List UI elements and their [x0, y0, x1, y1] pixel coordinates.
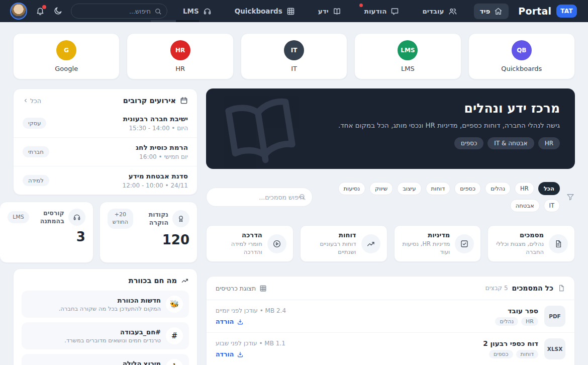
documents-search	[206, 188, 313, 207]
document-categories-row: מסמכים נהלים, מצגות וכללי החברה מדיניות …	[206, 225, 575, 262]
avatar[interactable]	[10, 3, 27, 20]
download-icon	[237, 318, 244, 325]
list-item-night-run[interactable]: 🏃 מירוץ הלילה מתרגשים לחזור כנותני החסות…	[22, 354, 189, 365]
file-info: PDF ספר עובד HR נהלים	[495, 306, 565, 327]
global-search-input[interactable]	[71, 4, 167, 19]
download-label: הורדה	[216, 350, 234, 358]
nav-item-knowledge[interactable]: ידע	[312, 4, 347, 19]
file-tags: דוחות כספים	[483, 350, 538, 358]
nav-scrollbar[interactable]	[151, 20, 199, 22]
category-card-policies[interactable]: מדיניות מדיניות HR, נסיעות ועוד	[394, 225, 481, 262]
file-text-icon	[549, 234, 568, 253]
filter-chip[interactable]: דוחות	[426, 182, 451, 195]
main-nav: פיד עובדים הודעות ידע Quickboards LM	[177, 4, 509, 19]
filter-chip[interactable]: אבטחה	[510, 199, 540, 212]
nav-item-quickboards[interactable]: Quickboards	[229, 4, 301, 19]
category-card-training[interactable]: הדרכה חומרי למידה והדרכה	[206, 225, 293, 262]
list-item-hot-at-work[interactable]: # #חם_בעבודה טרנדים חמים ונושאים מדוברים…	[22, 322, 189, 349]
file-tag: HR	[521, 317, 538, 326]
filter-chip[interactable]: כספים	[454, 182, 481, 195]
filter-funnel-icon[interactable]	[566, 193, 575, 202]
card-view-toggle[interactable]: תצוגת כרטיסים	[216, 285, 267, 292]
nav-item-label: פיד	[480, 7, 491, 15]
hot-item-title: חדשות הכוורת	[59, 297, 161, 304]
documents-panel-title-group: כל המסמכים 5 קבצים	[485, 284, 565, 292]
app-label: Google	[55, 65, 78, 72]
list-item-hive-news[interactable]: 🐝 חדשות הכוורת המקום להתעדכן בכל מה שקור…	[22, 291, 189, 318]
hashtag-icon: #	[166, 327, 183, 344]
app-card-it[interactable]: IT IT	[241, 33, 347, 79]
dark-mode-toggle[interactable]	[53, 7, 62, 16]
list-item-event-3[interactable]: סדנת אבטחת מידע 24/11 • 10:00 - 12:00 למ…	[14, 166, 197, 195]
file-tag: דוחות	[516, 350, 538, 358]
filter-chip[interactable]: IT	[544, 199, 560, 212]
event-category-badge: עסקי	[23, 118, 46, 129]
award-icon	[172, 210, 189, 227]
app-initial-badge: G	[56, 40, 76, 60]
filter-chip[interactable]: עיצוב	[397, 182, 421, 195]
app-card-hr[interactable]: HR HR	[127, 33, 233, 79]
messages-notification-dot	[359, 4, 363, 7]
app-initial-badge: IT	[284, 40, 304, 60]
search-icon	[154, 8, 162, 15]
event-category-badge: למידה	[23, 175, 49, 186]
runner-icon: 🏃	[166, 359, 183, 365]
events-see-all-link[interactable]: הכל	[23, 97, 41, 105]
list-item-event-2[interactable]: הרמת כוסית לחג יום חמישי • 16:00 חברתי	[14, 137, 197, 166]
file-type-badge: XLSX	[544, 338, 565, 359]
filter-chip[interactable]: שיווק	[369, 182, 393, 195]
app-card-lms[interactable]: LMS LMS	[354, 33, 461, 79]
table-row-file-1[interactable]: PDF ספר עובד HR נהלים 2.4 MB • עודכן לפנ…	[207, 300, 574, 333]
event-title: ישיבת חברה רבעונית	[123, 115, 188, 123]
filter-chip-all[interactable]: הכל	[538, 182, 560, 195]
app-card-google[interactable]: G Google	[13, 33, 120, 79]
nav-item-feed[interactable]: פיד	[474, 4, 509, 19]
knowledge-center-hero: מרכז ידע ונהלים גישה לנהלי החברה, דוחות …	[206, 88, 575, 169]
category-description: מדיניות HR, נסיעות ועוד	[401, 240, 450, 256]
documents-search-input[interactable]	[206, 188, 313, 207]
nav-item-messages[interactable]: הודעות	[358, 4, 406, 19]
hero-description: גישה לנהלי החברה, דוחות כספיים, מדיניות …	[286, 120, 560, 131]
file-type-badge: PDF	[544, 306, 565, 327]
download-button[interactable]: הורדה	[216, 350, 244, 358]
bee-icon: 🐝	[166, 296, 183, 313]
nav-item-label: LMS	[183, 7, 199, 15]
section-title: כל המסמכים	[512, 284, 553, 292]
app-label: LMS	[401, 65, 415, 72]
file-actions: 1.1 MB • עודכן לפני שבוע הורדה	[216, 340, 285, 358]
hero-tag: HR	[538, 137, 560, 149]
filter-chip[interactable]: נהלים	[485, 182, 511, 195]
events-header: אירועים קרובים הכל	[14, 89, 197, 109]
filter-chip[interactable]: נסיעות	[338, 182, 366, 195]
stat-card-recognition-points: נקודות הוקרה 20+ החודש 120	[100, 202, 198, 263]
nav-item-label: הודעות	[364, 7, 387, 15]
file-tag: נהלים	[495, 317, 518, 326]
hero-tag: אבטחה & IT	[487, 137, 534, 149]
hot-item-description: טרנדים חמים ונושאים מדוברים במשרד.	[64, 337, 161, 344]
category-title: דוחות	[307, 231, 356, 239]
all-documents-panel: כל המסמכים 5 קבצים תצוגת כרטיסים PDF ספר…	[206, 276, 575, 365]
category-card-reports[interactable]: דוחות דוחות רבעוניים ושנתיים	[300, 225, 387, 262]
card-view-label: תצוגת כרטיסים	[216, 285, 256, 292]
category-title: מדיניות	[401, 231, 450, 239]
list-item-event-1[interactable]: ישיבת חברה רבעונית היום • 14:00 - 15:30 …	[14, 109, 197, 137]
nav-item-employees[interactable]: עובדים	[416, 4, 462, 19]
brand-logo[interactable]: TAT Portal	[518, 5, 577, 18]
table-row-file-2[interactable]: XLSX דוח כספי רבעון 2 דוחות כספים 1.1 MB…	[207, 333, 574, 365]
open-book-icon	[213, 89, 309, 169]
nav-item-label: Quickboards	[235, 7, 282, 15]
event-time: 24/11 • 10:00 - 12:00	[123, 182, 188, 189]
filter-chip[interactable]: HR	[515, 182, 534, 195]
app-card-quickboards[interactable]: QB Quickboards	[468, 33, 575, 79]
download-button[interactable]: הורדה	[216, 318, 244, 325]
stat-badge: LMS	[8, 211, 29, 224]
trending-up-icon	[361, 234, 380, 253]
nav-item-lms[interactable]: LMS	[177, 4, 218, 19]
stat-value: 120	[108, 232, 189, 247]
see-all-label: הכל	[30, 97, 41, 105]
category-card-documents[interactable]: מסמכים נהלים, מצגות וכללי החברה	[487, 225, 575, 262]
notifications-button[interactable]	[36, 7, 45, 16]
file-meta: 2.4 MB • עודכן לפני יומיים	[216, 307, 286, 314]
filter-chips: הכל HR נהלים כספים דוחות עיצוב שיווק נסי…	[319, 182, 560, 212]
chevron-left-icon	[23, 98, 29, 104]
